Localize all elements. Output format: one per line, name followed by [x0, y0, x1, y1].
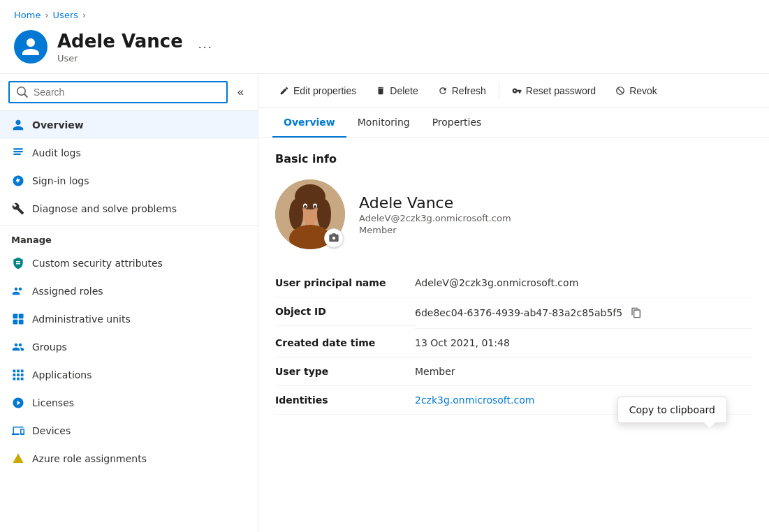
sidebar-item-admin-units[interactable]: Administrative units — [0, 305, 258, 333]
svg-rect-1 — [13, 151, 23, 152]
svg-rect-14 — [21, 374, 24, 376]
content-body: Basic info — [258, 138, 769, 532]
value-upn: AdeleV@2czk3g.onmicrosoft.com — [415, 269, 752, 297]
sidebar: « Overview Audit logs Sign-in logs — [0, 74, 258, 532]
user-role: User — [57, 53, 183, 64]
copy-object-id-button[interactable] — [628, 306, 645, 320]
toolbar: Edit properties Delete Refresh Reset pas… — [258, 74, 769, 108]
sidebar-item-signin-logs-label: Sign-in logs — [32, 175, 89, 186]
svg-rect-8 — [19, 320, 24, 325]
sidebar-item-assigned-roles-label: Assigned roles — [32, 286, 103, 297]
toolbar-divider — [499, 82, 499, 99]
user-header: Adele Vance User ··· — [0, 27, 769, 73]
svg-point-29 — [314, 205, 316, 208]
svg-rect-17 — [21, 378, 24, 380]
edit-properties-label: Edit properties — [293, 85, 356, 96]
log-icon — [11, 146, 25, 160]
profile-card: Adele Vance AdeleV@2czk3g.onmicrosoft.co… — [275, 179, 752, 249]
licenses-icon — [11, 396, 25, 410]
signin-icon — [11, 174, 25, 188]
user-title: Adele Vance User — [57, 31, 183, 64]
reset-password-label: Reset password — [526, 85, 596, 96]
sidebar-item-azure-roles[interactable]: Azure role assignments — [0, 445, 258, 473]
content-area: Edit properties Delete Refresh Reset pas… — [258, 74, 769, 532]
sidebar-item-devices-label: Devices — [32, 425, 71, 436]
search-row: « — [0, 74, 258, 111]
manage-section-label: Manage — [0, 226, 258, 249]
sidebar-item-groups[interactable]: Groups — [0, 333, 258, 361]
search-box — [8, 81, 228, 103]
sidebar-item-diagnose[interactable]: Diagnose and solve problems — [0, 195, 258, 223]
created-date-text: 13 Oct 2021, 01:48 — [415, 337, 510, 348]
refresh-label: Refresh — [452, 85, 486, 96]
user-type-text: Member — [415, 366, 455, 377]
revoke-icon — [615, 86, 625, 96]
collapse-sidebar-button[interactable]: « — [232, 83, 249, 101]
sidebar-item-custom-security-label: Custom security attributes — [32, 258, 163, 269]
revoke-label: Revok — [629, 85, 657, 96]
svg-rect-3 — [16, 261, 20, 263]
reset-password-button[interactable]: Reset password — [502, 81, 606, 101]
value-user-type: Member — [415, 357, 752, 386]
sidebar-item-licenses-label: Licenses — [32, 397, 74, 408]
svg-point-28 — [304, 205, 307, 208]
label-created-date: Created date time — [275, 329, 415, 357]
search-input[interactable] — [34, 87, 219, 98]
copy-to-clipboard-popup: Copy to clipboard — [617, 397, 727, 423]
upn-text: AdeleV@2czk3g.onmicrosoft.com — [415, 277, 578, 288]
breadcrumb-users[interactable]: Users — [53, 10, 78, 20]
more-options-button[interactable]: ··· — [193, 37, 219, 57]
sidebar-item-assigned-roles[interactable]: Assigned roles — [0, 277, 258, 305]
info-table: User principal name AdeleV@2czk3g.onmicr… — [275, 269, 752, 415]
sidebar-item-admin-units-label: Administrative units — [32, 313, 131, 325]
sidebar-item-devices[interactable]: Devices — [0, 417, 258, 445]
value-created-date: 13 Oct 2021, 01:48 — [415, 329, 752, 357]
delete-button[interactable]: Delete — [366, 81, 427, 101]
security-icon — [11, 256, 25, 270]
devices-icon — [11, 424, 25, 438]
sidebar-item-overview[interactable]: Overview — [0, 111, 258, 139]
sidebar-item-overview-label: Overview — [32, 119, 84, 131]
tab-monitoring[interactable]: Monitoring — [346, 108, 421, 138]
delete-icon — [376, 86, 386, 96]
tab-overview[interactable]: Overview — [272, 108, 346, 138]
copy-icon — [631, 307, 642, 318]
profile-email: AdeleV@2czk3g.onmicrosoft.com — [359, 213, 511, 223]
svg-rect-10 — [17, 370, 20, 373]
svg-rect-9 — [13, 370, 16, 373]
svg-rect-16 — [17, 378, 20, 380]
tab-properties[interactable]: Properties — [421, 108, 493, 138]
sidebar-item-applications[interactable]: Applications — [0, 361, 258, 389]
camera-icon — [328, 232, 339, 244]
sidebar-item-audit-logs[interactable]: Audit logs — [0, 139, 258, 167]
svg-rect-15 — [13, 378, 16, 380]
profile-name: Adele Vance — [359, 194, 511, 212]
sidebar-item-applications-label: Applications — [32, 369, 92, 380]
sidebar-item-signin-logs[interactable]: Sign-in logs — [0, 167, 258, 195]
svg-point-22 — [289, 199, 303, 230]
identities-link[interactable]: 2czk3g.onmicrosoft.com — [415, 394, 534, 406]
roles-icon — [11, 284, 25, 298]
tab-properties-label: Properties — [432, 117, 482, 128]
avatar-wrap — [275, 179, 345, 249]
refresh-button[interactable]: Refresh — [428, 81, 496, 101]
edit-properties-button[interactable]: Edit properties — [270, 81, 366, 101]
sidebar-item-custom-security[interactable]: Custom security attributes — [0, 249, 258, 277]
tab-overview-label: Overview — [284, 117, 335, 128]
revoke-button[interactable]: Revok — [606, 81, 667, 101]
edit-icon — [279, 86, 289, 96]
svg-rect-2 — [13, 154, 21, 155]
apps-icon — [11, 368, 25, 382]
key-icon — [512, 86, 522, 96]
main-layout: « Overview Audit logs Sign-in logs — [0, 73, 769, 532]
sidebar-item-licenses[interactable]: Licenses — [0, 389, 258, 417]
refresh-icon — [438, 86, 448, 96]
tab-monitoring-label: Monitoring — [358, 117, 410, 128]
camera-button[interactable] — [324, 228, 344, 248]
breadcrumb-home[interactable]: Home — [14, 10, 41, 20]
breadcrumb: Home › Users › — [0, 0, 769, 27]
admin-icon — [11, 312, 25, 326]
sidebar-item-groups-label: Groups — [32, 341, 67, 353]
svg-point-23 — [317, 199, 331, 230]
label-upn: User principal name — [275, 269, 415, 297]
